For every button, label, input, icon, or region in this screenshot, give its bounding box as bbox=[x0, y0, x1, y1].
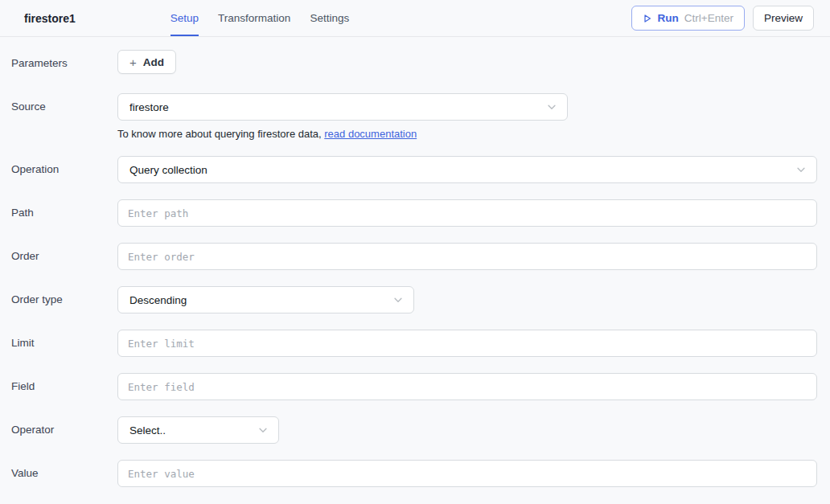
operator-label: Operator bbox=[11, 416, 117, 444]
query-editor-header: firestore1 Setup Transformation Settings… bbox=[0, 0, 830, 37]
parameters-label: Parameters bbox=[11, 50, 117, 77]
row-operation: Operation Query collection bbox=[11, 156, 817, 183]
row-source: Source firestore To know more about quer… bbox=[11, 93, 817, 140]
add-parameter-label: Add bbox=[143, 56, 164, 68]
path-label: Path bbox=[11, 199, 117, 227]
chevron-down-icon bbox=[795, 164, 807, 175]
order-type-select[interactable]: Descending bbox=[117, 286, 414, 313]
tab-transformation[interactable]: Transformation bbox=[218, 0, 290, 36]
add-parameter-button[interactable]: + Add bbox=[117, 50, 176, 74]
field-label: Field bbox=[11, 373, 117, 400]
order-type-select-value: Descending bbox=[129, 294, 187, 306]
header-actions: Run Ctrl+Enter Preview bbox=[631, 0, 814, 36]
chevron-down-icon bbox=[392, 294, 404, 305]
row-value: Value bbox=[11, 460, 817, 487]
tab-settings[interactable]: Settings bbox=[310, 0, 349, 36]
row-field: Field bbox=[11, 373, 817, 400]
query-name[interactable]: firestore1 bbox=[24, 12, 76, 25]
query-setup-form: Parameters + Add Source firestore To kno… bbox=[0, 37, 830, 487]
chevron-down-icon bbox=[546, 101, 557, 113]
source-label: Source bbox=[11, 93, 117, 121]
order-type-label: Order type bbox=[11, 286, 117, 313]
run-button[interactable]: Run Ctrl+Enter bbox=[631, 6, 745, 31]
operator-select[interactable]: Select.. bbox=[117, 416, 279, 444]
tab-setup[interactable]: Setup bbox=[171, 0, 199, 36]
operation-select[interactable]: Query collection bbox=[117, 156, 817, 183]
operation-select-value: Query collection bbox=[129, 164, 208, 176]
source-help-text: To know more about querying firestore da… bbox=[117, 128, 817, 140]
preview-button[interactable]: Preview bbox=[753, 6, 814, 31]
row-order: Order bbox=[11, 243, 817, 270]
row-order-type: Order type Descending bbox=[11, 286, 817, 313]
editor-tabs: Setup Transformation Settings bbox=[171, 0, 349, 36]
run-shortcut: Ctrl+Enter bbox=[684, 12, 733, 24]
source-select-value: firestore bbox=[129, 101, 169, 113]
limit-label: Limit bbox=[11, 330, 117, 357]
path-input[interactable] bbox=[117, 199, 817, 227]
operation-label: Operation bbox=[11, 156, 117, 183]
read-documentation-link[interactable]: read documentation bbox=[324, 128, 417, 140]
row-limit: Limit bbox=[11, 330, 817, 357]
chevron-down-icon bbox=[257, 424, 269, 436]
help-text-prefix: To know more about querying firestore da… bbox=[117, 128, 324, 140]
play-icon bbox=[643, 14, 652, 23]
plus-icon: + bbox=[129, 56, 137, 68]
row-parameters: Parameters + Add bbox=[11, 50, 817, 77]
limit-input[interactable] bbox=[117, 330, 817, 357]
value-label: Value bbox=[11, 460, 117, 487]
field-input[interactable] bbox=[117, 373, 817, 400]
order-label: Order bbox=[11, 243, 117, 270]
run-label: Run bbox=[658, 12, 679, 24]
row-operator: Operator Select.. bbox=[11, 416, 817, 444]
order-input[interactable] bbox=[117, 243, 817, 270]
value-input[interactable] bbox=[117, 460, 817, 487]
operator-select-value: Select.. bbox=[129, 424, 166, 436]
row-path: Path bbox=[11, 199, 817, 227]
source-select[interactable]: firestore bbox=[117, 93, 568, 121]
